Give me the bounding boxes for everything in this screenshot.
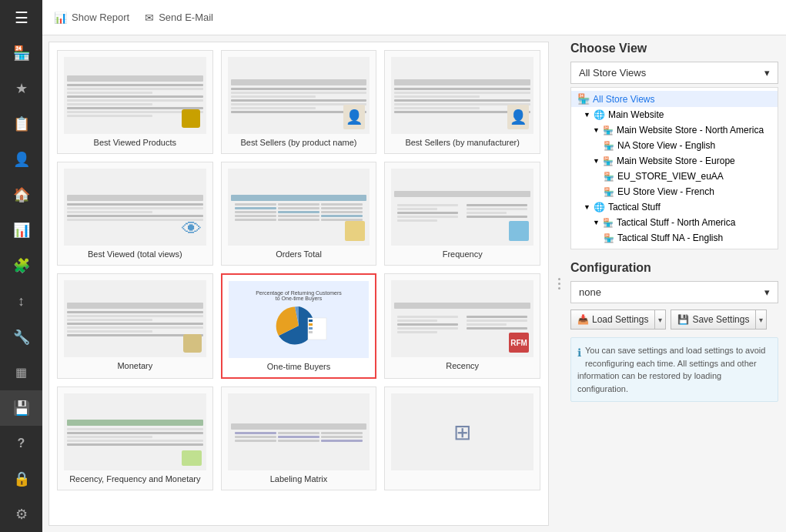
toolbar: 📊 Show Report ✉ Send E-Mail [42,0,786,35]
report-title-best-sellers-mfr: Best Sellers (by manufacturer) [391,138,533,147]
svg-rect-3 [309,327,313,330]
tree-item-main-website[interactable]: ▼ 🌐 Main Website [571,107,778,122]
sidebar-hamburger[interactable]: ☰ [0,0,42,35]
report-thumbnail-best-viewed-total: 👁 [64,169,206,246]
layers-icon: ▦ [15,365,27,380]
reports-icon: 📋 [13,115,30,132]
expand-icon-mws-na: ▼ [593,126,600,134]
report-card-best-sellers-mfr[interactable]: 👤 Best Sellers (by manufacturer) [384,50,540,154]
tree-item-ts-na-label: Tactical Stuff - North America [617,217,736,228]
save-settings-arrow-button[interactable]: ▾ [756,309,767,330]
report-thumbnail-extra: ⊞ [391,393,533,470]
report-thumbnail-orders-total [228,169,370,246]
sidebar-item-reports[interactable]: 📋 [0,106,42,142]
sidebar-item-save[interactable]: 💾 [0,390,42,426]
sidebar-item-wrench[interactable]: 🔧 [0,320,42,355]
report-card-extra[interactable]: ⊞ [384,386,540,490]
report-thumbnail-one-time-buyers: Percentage of Returning Customersto One-… [229,281,370,358]
config-dropdown[interactable]: none ▾ [570,281,778,303]
report-title-frequency: Frequency [391,249,533,259]
resize-handle[interactable] [555,35,563,532]
report-title-best-viewed-total: Best Viewed (total views) [64,249,206,259]
report-title-recency: Recency [391,361,533,370]
lock-icon: 🔒 [13,470,30,487]
report-title-best-viewed: Best Viewed Products [64,138,206,147]
dropdown-arrow-icon: ▾ [764,67,770,79]
tree-item-ts-north-america[interactable]: ▼ 🏪 Tactical Stuff - North America [571,215,778,230]
load-settings-button[interactable]: 📥 Load Settings [570,309,655,330]
tree-item-tactical-stuff[interactable]: ▼ 🌐 Tactical Stuff [571,199,778,215]
store-icon-ts-na: 🏪 [603,218,614,228]
report-card-best-viewed-total[interactable]: 👁 Best Viewed (total views) [57,162,213,266]
sidebar-item-transfers[interactable]: ↕ [0,284,42,320]
store-view-icon-eu-french: 🏪 [604,187,614,197]
report-card-best-sellers-name[interactable]: 👤 Best Sellers (by product name) [221,50,377,154]
main-content: 📊 Show Report ✉ Send E-Mail [42,0,786,532]
svg-rect-1 [309,320,313,322]
sidebar-item-extensions[interactable]: 🧩 [0,248,42,283]
load-settings-arrow-button[interactable]: ▾ [655,309,666,330]
arrows-icon: ↕ [18,293,25,309]
save-icon: 💾 [13,400,30,417]
report-card-recency[interactable]: RFM Recency [384,273,540,379]
report-card-orders-total[interactable]: Orders Total [221,162,377,266]
report-card-frequency[interactable]: Frequency [384,162,540,266]
tree-item-eu-store[interactable]: 🏪 EU_STORE_VIEW_euAA [571,169,778,184]
tree-item-mws-north-america[interactable]: ▼ 🏪 Main Website Store - North America [571,122,778,138]
gear-icon: ⚙ [15,506,28,523]
store-view-icon-na-english: 🏪 [604,141,614,151]
tree-item-mws-europe[interactable]: ▼ 🏪 Main Website Store - Europe [571,153,778,169]
report-card-one-time-buyers[interactable]: Percentage of Returning Customersto One-… [221,273,377,379]
report-thumbnail-recency: RFM [391,280,533,357]
report-card-monetary[interactable]: Monetary [57,273,213,379]
sidebar-item-layers[interactable]: ▦ [0,355,42,390]
save-settings-button[interactable]: 💾 Save Settings [671,309,756,330]
report-card-labeling-matrix[interactable]: Labeling Matrix [221,386,377,490]
config-buttons: 📥 Load Settings ▾ 💾 Save Settings ▾ [570,309,778,330]
report-title-best-sellers-name: Best Sellers (by product name) [228,138,370,147]
report-title-rfm: Recency, Frequency and Monetary [64,474,206,483]
sidebar-item-favorites[interactable]: ★ [0,71,42,106]
tree-item-eu-french[interactable]: 🏪 EU Store View - French [571,184,778,199]
report-card-best-viewed[interactable]: Best Viewed Products [57,50,213,154]
save-settings-icon: 💾 [677,314,689,325]
puzzle-icon: 🧩 [13,257,30,274]
sidebar-item-charts[interactable]: 📊 [0,212,42,248]
show-report-button[interactable]: 📊 Show Report [54,12,129,24]
tree-item-all-store-label: All Store Views [593,94,654,105]
info-icon: ℹ [577,345,581,361]
save-settings-label: Save Settings [692,314,749,325]
hamburger-icon: ☰ [15,8,28,27]
tree-item-mws-na-label: Main Website Store - North America [617,125,764,136]
sidebar-item-gear[interactable]: ⚙ [0,497,42,532]
sidebar-item-home[interactable]: 🏠 [0,177,42,212]
configuration-section: Configuration none ▾ 📥 Load Settings ▾ [570,261,778,402]
tree-item-eu-french-label: EU Store View - French [617,186,714,197]
store-icon-mws-na: 🏪 [603,125,614,136]
star-icon: ★ [15,80,28,97]
tree-item-all-store[interactable]: 🏪 All Store Views [571,91,778,107]
send-email-button[interactable]: ✉ Send E-Mail [145,12,213,24]
store-view-icon: 🏪 [577,93,590,105]
tree-item-mws-europe-label: Main Website Store - Europe [617,156,735,166]
report-title-monetary: Monetary [64,361,206,370]
show-report-icon: 📊 [54,12,67,24]
content-wrapper: Best Viewed Products 👤 B [42,35,786,532]
store-view-icon-eu: 🏪 [604,172,614,182]
sidebar-item-lock[interactable]: 🔒 [0,461,42,497]
expand-icon-ts-na: ▼ [593,219,600,226]
reports-grid: Best Viewed Products 👤 B [49,42,548,498]
sidebar-item-help[interactable]: ? [0,426,42,461]
report-title-orders-total: Orders Total [228,249,370,259]
svg-rect-2 [309,323,313,326]
tree-item-ts-na-english[interactable]: 🏪 Tactical Stuff NA - English [571,230,778,246]
report-card-rfm[interactable]: Recency, Frequency and Monetary [57,386,213,490]
expand-icon-tactical: ▼ [584,203,590,211]
sidebar-item-users[interactable]: 👤 [0,142,42,177]
load-icon: 📥 [577,314,589,325]
sidebar-item-store[interactable]: 🏪 [0,35,42,71]
store-view-dropdown[interactable]: All Store Views ▾ [570,62,778,84]
tree-item-na-english[interactable]: 🏪 NA Store View - English [571,138,778,153]
load-settings-label: Load Settings [592,314,648,325]
report-thumbnail-monetary [64,280,206,357]
